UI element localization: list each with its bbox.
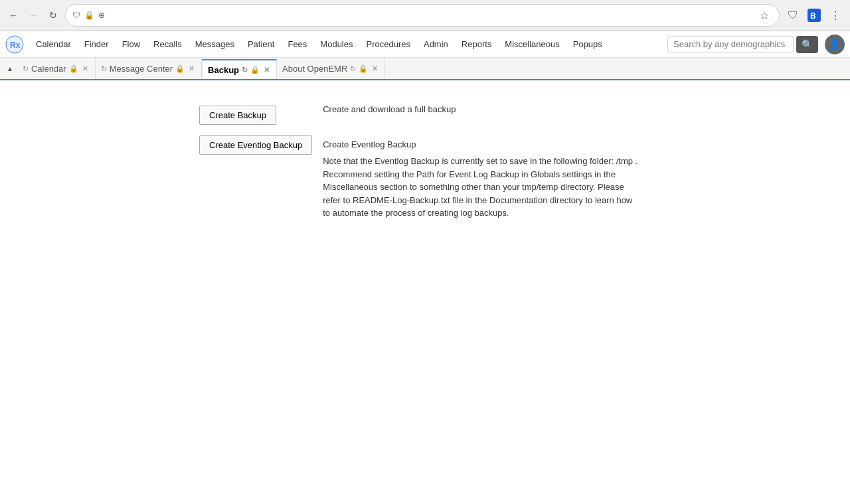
forward-button[interactable]: →: [25, 7, 41, 23]
browser-toolbar: ← → ↻ 🛡 🔒 ⊕ https://localhost/interface/…: [0, 0, 850, 31]
shield-icon: 🛡: [72, 11, 80, 20]
tab-backup-close[interactable]: ✕: [262, 64, 271, 76]
tab-backup-label: Backup: [208, 65, 239, 75]
tab-calendar-label: Calendar: [31, 64, 66, 74]
nav-item-popups[interactable]: Popups: [566, 33, 609, 56]
back-button[interactable]: ←: [5, 7, 21, 23]
lock-icon: 🔒: [84, 11, 94, 20]
browser-chrome: ← → ↻ 🛡 🔒 ⊕ https://localhost/interface/…: [0, 0, 850, 31]
search-button[interactable]: 🔍: [796, 36, 818, 53]
tab-calendar-close[interactable]: ✕: [81, 63, 90, 74]
svg-text:Rx: Rx: [10, 41, 21, 50]
user-avatar-button[interactable]: 👤: [825, 35, 845, 54]
create-backup-description: Create and download a full backup: [323, 104, 456, 114]
address-bar: 🛡 🔒 ⊕ https://localhost/interface/main/t…: [65, 4, 780, 27]
tab-message-lock-icon: 🔒: [175, 64, 185, 73]
tab-collapse-button[interactable]: ▲: [3, 58, 17, 79]
nav-item-messages[interactable]: Messages: [189, 33, 241, 56]
app-nav: Rx Calendar Finder Flow Recalls Messages…: [0, 31, 850, 58]
tab-calendar-lock-icon: 🔒: [69, 64, 78, 73]
shield-extension-button[interactable]: 🛡: [784, 6, 802, 25]
nav-item-admin[interactable]: Admin: [417, 33, 455, 56]
tabs-bar: ▲ ↻ Calendar 🔒 ✕ ↻ Message Center 🔒 ✕ Ba…: [0, 58, 850, 80]
create-backup-button[interactable]: Create Backup: [199, 106, 276, 125]
tab-message-close[interactable]: ✕: [187, 63, 196, 74]
nav-item-fees[interactable]: Fees: [281, 33, 313, 56]
tab-backup-refresh-icon: ↻: [242, 66, 248, 74]
tab-calendar[interactable]: ↻ Calendar 🔒 ✕: [17, 58, 96, 79]
bitwarden-extension-button[interactable]: B: [805, 6, 823, 25]
menu-button[interactable]: ⋮: [826, 6, 845, 25]
create-backup-row: Create Backup Create and download a full…: [199, 100, 652, 130]
tab-backup[interactable]: Backup ↻ 🔒 ✕: [202, 59, 277, 79]
nav-item-finder[interactable]: Finder: [78, 33, 116, 56]
tab-message-center[interactable]: ↻ Message Center 🔒 ✕: [96, 58, 202, 79]
browser-extensions: 🛡 B ⋮: [784, 6, 845, 25]
nav-item-patient[interactable]: Patient: [241, 33, 281, 56]
create-eventlog-row: Create Eventlog Backup Create Eventlog B…: [199, 130, 652, 225]
create-eventlog-description: Create Eventlog Backup: [323, 135, 641, 149]
nav-item-recalls[interactable]: Recalls: [147, 33, 189, 56]
nav-item-procedures[interactable]: Procedures: [359, 33, 416, 56]
tab-message-center-label: Message Center: [110, 64, 173, 74]
main-content: Create Backup Create and download a full…: [0, 80, 850, 225]
app-logo: Rx: [5, 35, 24, 54]
create-backup-button-cell: Create Backup: [199, 100, 323, 130]
tab-about-close[interactable]: ✕: [371, 63, 379, 74]
search-input[interactable]: [667, 36, 794, 52]
backup-table: Create Backup Create and download a full…: [199, 100, 652, 225]
connection-icon: ⊕: [98, 11, 105, 20]
nav-menu: Calendar Finder Flow Recalls Messages Pa…: [29, 33, 667, 56]
bookmark-button[interactable]: ☆: [756, 7, 772, 23]
svg-text:B: B: [810, 11, 816, 21]
nav-item-reports[interactable]: Reports: [455, 33, 499, 56]
create-backup-desc-cell: Create and download a full backup: [323, 100, 652, 130]
bitwarden-icon: B: [808, 9, 821, 22]
create-eventlog-desc-cell: Create Eventlog Backup Note that the Eve…: [323, 130, 652, 225]
reload-button[interactable]: ↻: [45, 7, 61, 23]
eventlog-note: Note that the Eventlog Backup is current…: [323, 155, 641, 220]
nav-item-modules[interactable]: Modules: [313, 33, 359, 56]
nav-item-miscellaneous[interactable]: Miscellaneous: [498, 33, 566, 56]
nav-item-flow[interactable]: Flow: [116, 33, 147, 56]
tab-about-label: About OpenEMR: [282, 64, 347, 74]
tab-backup-lock-icon: 🔒: [250, 66, 260, 74]
create-eventlog-button-cell: Create Eventlog Backup: [199, 130, 323, 225]
tab-message-refresh-icon: ↻: [101, 64, 107, 73]
create-eventlog-backup-button[interactable]: Create Eventlog Backup: [199, 135, 312, 155]
tab-about-refresh-icon: ↻: [350, 64, 356, 73]
tab-about-lock-icon: 🔒: [359, 64, 368, 73]
url-input[interactable]: https://localhost/interface/main/tabs/ma…: [109, 11, 752, 21]
nav-item-calendar[interactable]: Calendar: [29, 33, 78, 56]
tab-calendar-refresh-icon: ↻: [23, 64, 29, 73]
tab-about-openemr[interactable]: About OpenEMR ↻ 🔒 ✕: [277, 58, 385, 79]
search-area: 🔍 👤: [667, 35, 845, 54]
